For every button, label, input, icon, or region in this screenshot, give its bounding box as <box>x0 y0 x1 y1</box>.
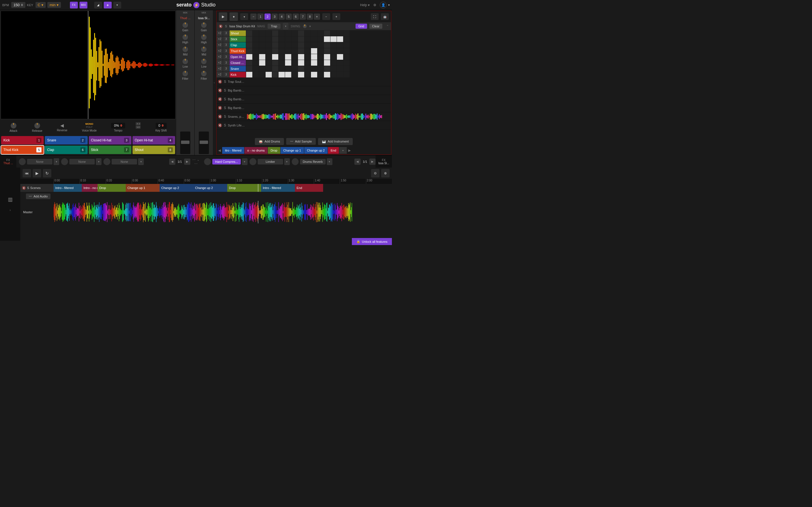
x2-button[interactable]: ×2 <box>216 60 223 66</box>
step-cell[interactable] <box>266 42 272 48</box>
step-cell[interactable] <box>266 60 272 66</box>
drum-name[interactable]: Snare <box>230 66 246 71</box>
step-cell[interactable] <box>337 36 343 42</box>
add-audio-button[interactable]: 〰 Add Audio <box>26 193 50 199</box>
solo-icon[interactable]: S <box>223 88 227 93</box>
track-lane[interactable] <box>247 104 391 112</box>
solo-icon[interactable]: S <box>223 123 227 128</box>
solo-icon[interactable]: S <box>223 97 227 101</box>
step-cell[interactable] <box>337 48 343 54</box>
step-cell[interactable] <box>259 42 265 48</box>
fx-knob[interactable] <box>103 158 110 165</box>
step-cell[interactable] <box>292 31 298 36</box>
timeline-block[interactable]: Intro - filtered <box>54 184 82 192</box>
step-cell[interactable] <box>246 48 252 54</box>
step-cell[interactable] <box>343 42 350 48</box>
step-cell[interactable] <box>246 54 252 60</box>
record-button[interactable]: ● <box>230 12 238 21</box>
step-cell[interactable] <box>253 42 259 48</box>
step-cell[interactable] <box>298 72 304 77</box>
fx-knob[interactable] <box>249 158 257 165</box>
x2-button[interactable]: ×2 <box>216 54 223 60</box>
zoom-in[interactable]: ⊕ <box>381 169 390 177</box>
help-menu[interactable]: Help ▾ <box>360 3 370 7</box>
step-cell[interactable] <box>272 31 278 36</box>
high-knob[interactable] <box>201 34 207 40</box>
x3-button[interactable]: 3 <box>223 72 229 77</box>
step-cell[interactable] <box>266 72 272 77</box>
step-cell[interactable] <box>298 48 304 54</box>
step-cell[interactable] <box>305 48 311 54</box>
step-cell[interactable] <box>292 66 298 71</box>
step-cell[interactable] <box>331 48 337 54</box>
pad-clap[interactable]: Clap6 <box>45 146 87 154</box>
step-cell[interactable] <box>298 36 304 42</box>
step-cell[interactable] <box>311 60 317 66</box>
step-cell[interactable] <box>292 72 298 77</box>
scene-3[interactable]: 3 <box>271 13 278 20</box>
step-cell[interactable] <box>259 60 265 66</box>
volume-slider[interactable] <box>180 131 190 154</box>
settings-icon[interactable]: ⚙ <box>371 2 378 8</box>
drum-name[interactable]: Thud Kick <box>230 48 246 54</box>
step-cell[interactable] <box>305 42 311 48</box>
step-cell[interactable] <box>272 36 278 42</box>
step-cell[interactable] <box>331 66 337 71</box>
track-name[interactable]: Trap Soul Dr... <box>228 80 245 83</box>
dropdown-button[interactable]: ▾ <box>113 2 121 8</box>
track-name[interactable]: Big Bamboo-... <box>228 89 245 92</box>
step-cell[interactable] <box>343 72 350 77</box>
step-cell[interactable] <box>311 66 317 71</box>
fx-dropdown[interactable]: ▾ <box>96 158 101 165</box>
x3-button[interactable]: 3 <box>223 66 229 71</box>
timeline-loop[interactable]: ↻ <box>43 169 51 177</box>
step-cell[interactable] <box>246 66 252 71</box>
step-cell[interactable] <box>311 36 317 42</box>
gain-knob[interactable] <box>201 22 207 28</box>
step-cell[interactable] <box>285 31 291 36</box>
step-cell[interactable] <box>324 72 330 77</box>
step-cell[interactable] <box>305 31 311 36</box>
scene-1[interactable]: 1 <box>257 13 264 20</box>
step-cell[interactable] <box>337 42 343 48</box>
step-cell[interactable] <box>278 48 285 54</box>
step-cell[interactable] <box>259 54 265 60</box>
step-cell[interactable] <box>305 54 311 60</box>
step-cell[interactable] <box>337 31 343 36</box>
zoom-out[interactable]: ⊖ <box>371 169 379 177</box>
timeline-block[interactable]: Drop <box>98 184 126 192</box>
step-cell[interactable] <box>317 66 324 71</box>
step-cell[interactable] <box>311 72 317 77</box>
solo-icon[interactable]: S <box>223 79 227 84</box>
scene-remove[interactable]: − <box>322 13 330 20</box>
collapse-handle[interactable]: ‹ <box>213 10 216 155</box>
step-cell[interactable] <box>246 72 252 77</box>
x3-button[interactable]: 3 <box>223 60 229 66</box>
swing-knob[interactable] <box>303 24 307 29</box>
step-cell[interactable] <box>317 31 324 36</box>
fx-knob[interactable] <box>204 158 211 165</box>
scene-plus[interactable]: + <box>314 13 320 20</box>
step-cell[interactable] <box>266 36 272 42</box>
step-cell[interactable] <box>259 48 265 54</box>
scene-4[interactable]: 4 <box>278 13 285 20</box>
keyshift-value[interactable]: 0 <box>156 123 167 128</box>
scene-chip[interactable]: End <box>328 147 339 154</box>
scale-value[interactable]: min▾ <box>47 2 61 8</box>
x2-button[interactable]: ×2 <box>216 72 223 77</box>
step-cell[interactable] <box>246 31 252 36</box>
step-cell[interactable] <box>285 48 291 54</box>
step-cell[interactable] <box>292 36 298 42</box>
grid-button[interactable]: Grid <box>356 24 367 29</box>
fx-dropdown[interactable]: ▾ <box>138 158 144 165</box>
step-cell[interactable] <box>317 72 324 77</box>
release-knob[interactable] <box>34 122 40 129</box>
fx-knob[interactable] <box>292 158 299 165</box>
step-cell[interactable] <box>292 54 298 60</box>
step-cell[interactable] <box>246 60 252 66</box>
step-cell[interactable] <box>337 60 343 66</box>
step-cell[interactable] <box>305 36 311 42</box>
scene-5[interactable]: 5 <box>286 13 292 20</box>
step-cell[interactable] <box>285 54 291 60</box>
timeline-play[interactable]: ▶ <box>33 169 41 177</box>
